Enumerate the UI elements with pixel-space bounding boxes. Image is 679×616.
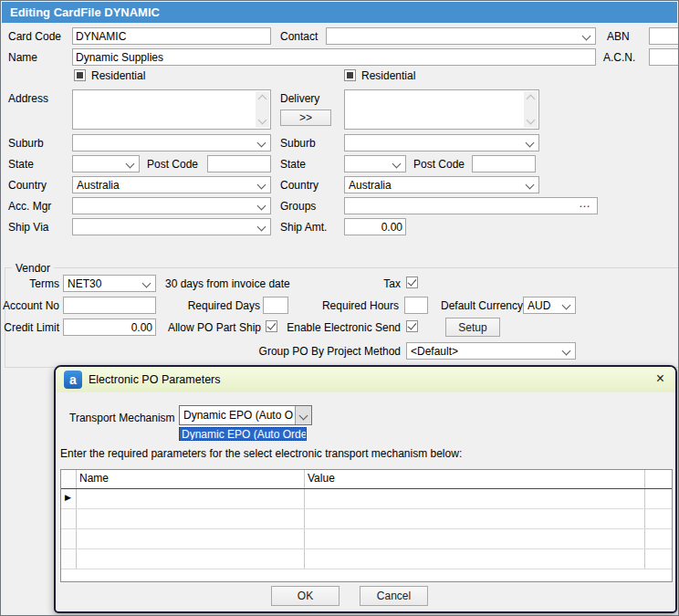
ok-button[interactable]: OK bbox=[271, 586, 340, 606]
chevron-down-icon bbox=[126, 160, 135, 169]
group-po-method-label: Group PO By Project Method bbox=[247, 345, 401, 358]
dialog-title: Electronic PO Parameters bbox=[89, 373, 221, 386]
chevron-down-icon[interactable] bbox=[527, 116, 536, 125]
grid-cell-name[interactable] bbox=[77, 549, 305, 569]
grid-cell-value[interactable] bbox=[305, 489, 645, 508]
name-input[interactable] bbox=[72, 48, 596, 66]
card-code-label: Card Code bbox=[8, 30, 61, 43]
group-po-method-combo[interactable]: <Default> bbox=[406, 342, 576, 360]
credit-limit-label: Credit Limit bbox=[3, 321, 59, 334]
account-no-input[interactable] bbox=[63, 297, 156, 314]
parameters-grid: Name Value ▶ bbox=[60, 469, 673, 582]
chevron-down-icon bbox=[257, 202, 266, 211]
parameters-instruction: Enter the required parameters for the se… bbox=[60, 447, 462, 460]
state-billing-combo[interactable] bbox=[72, 155, 140, 172]
address-delivery-textarea[interactable] bbox=[344, 89, 539, 130]
grid-row[interactable]: ▶ bbox=[61, 489, 672, 509]
textarea-scrollbar[interactable] bbox=[524, 91, 538, 128]
grid-cell-name[interactable] bbox=[77, 529, 305, 548]
cancel-button[interactable]: Cancel bbox=[360, 586, 428, 606]
grid-cell-name[interactable] bbox=[77, 489, 305, 508]
chevron-up-icon[interactable] bbox=[527, 95, 536, 104]
copy-address-button[interactable]: >> bbox=[280, 110, 331, 126]
textarea-scrollbar[interactable] bbox=[256, 91, 269, 128]
acn-input[interactable] bbox=[649, 48, 679, 66]
default-currency-combo[interactable]: AUD bbox=[523, 297, 576, 314]
grid-row[interactable] bbox=[61, 549, 672, 569]
state-delivery-label: State bbox=[280, 158, 306, 171]
combo-dropdown-button[interactable] bbox=[295, 406, 311, 424]
country-delivery-label: Country bbox=[280, 179, 319, 192]
enable-electronic-send-label: Enable Electronic Send bbox=[287, 321, 401, 334]
abn-label: ABN bbox=[607, 30, 630, 43]
groups-browse-button[interactable]: … bbox=[579, 196, 591, 210]
grid-row[interactable] bbox=[61, 529, 672, 549]
dropdown-option-selected[interactable]: Dynamic EPO (Auto Order) bbox=[179, 427, 307, 441]
app-icon: a bbox=[64, 371, 82, 389]
chevron-down-icon bbox=[562, 301, 571, 310]
required-days-input[interactable] bbox=[263, 297, 288, 314]
required-days-label: Required Days bbox=[185, 299, 260, 312]
acn-label: A.C.N. bbox=[603, 51, 635, 64]
suburb-billing-combo[interactable] bbox=[72, 134, 271, 151]
tax-checkbox[interactable] bbox=[406, 277, 418, 288]
required-hours-label: Required Hours bbox=[321, 299, 399, 312]
vendor-group-label: Vendor bbox=[12, 262, 54, 275]
grid-row-selector[interactable]: ▶ bbox=[61, 489, 77, 508]
ship-via-combo[interactable] bbox=[72, 218, 271, 235]
grid-corner-cell bbox=[61, 470, 77, 488]
grid-row-selector[interactable] bbox=[61, 549, 77, 569]
state-delivery-combo[interactable] bbox=[344, 155, 406, 172]
setup-button[interactable]: Setup bbox=[445, 318, 500, 337]
grid-row[interactable] bbox=[61, 509, 672, 529]
allow-po-part-ship-checkbox[interactable] bbox=[266, 320, 277, 332]
enable-electronic-send-checkbox[interactable] bbox=[406, 320, 418, 332]
account-no-label: Account No bbox=[3, 299, 59, 312]
state-billing-label: State bbox=[8, 158, 34, 171]
name-label: Name bbox=[8, 51, 37, 64]
close-icon[interactable]: × bbox=[656, 371, 664, 387]
country-delivery-value: Australia bbox=[349, 179, 522, 192]
chevron-down-icon[interactable] bbox=[258, 116, 267, 125]
chevron-down-icon bbox=[257, 181, 266, 190]
residential-delivery-label: Residential bbox=[361, 69, 415, 82]
ship-amt-input[interactable] bbox=[344, 218, 406, 235]
delivery-label: Delivery bbox=[280, 92, 319, 105]
required-hours-input[interactable] bbox=[404, 297, 428, 314]
chevron-up-icon[interactable] bbox=[258, 95, 267, 104]
acc-mgr-combo[interactable] bbox=[72, 197, 271, 214]
address-label: Address bbox=[8, 92, 48, 105]
default-currency-value: AUD bbox=[528, 299, 559, 312]
grid-header-name[interactable]: Name bbox=[77, 470, 305, 488]
address-billing-textarea[interactable] bbox=[72, 89, 271, 130]
abn-input[interactable] bbox=[649, 27, 679, 45]
editing-cardfile-window: Editing CardFile DYNAMIC Card Code Conta… bbox=[0, 0, 679, 616]
credit-limit-input[interactable] bbox=[63, 318, 156, 336]
groups-label: Groups bbox=[280, 200, 316, 213]
card-code-input[interactable] bbox=[72, 27, 271, 45]
grid-cell-name[interactable] bbox=[77, 509, 305, 528]
grid-cell-value[interactable] bbox=[305, 529, 645, 548]
residential-delivery-checkbox[interactable] bbox=[344, 69, 356, 81]
contact-combo[interactable] bbox=[326, 27, 596, 45]
terms-note: 30 days from invoice date bbox=[165, 277, 290, 290]
country-billing-combo[interactable]: Australia bbox=[72, 176, 271, 193]
groups-field[interactable]: … bbox=[344, 197, 598, 214]
grid-row-selector[interactable] bbox=[61, 509, 77, 528]
post-code-billing-input[interactable] bbox=[207, 155, 271, 172]
country-billing-label: Country bbox=[8, 179, 47, 192]
residential-billing-checkbox[interactable] bbox=[74, 69, 86, 81]
suburb-delivery-combo[interactable] bbox=[344, 134, 539, 151]
post-code-delivery-input[interactable] bbox=[472, 155, 536, 172]
terms-value: NET30 bbox=[68, 277, 139, 290]
grid-header-value[interactable]: Value bbox=[305, 470, 645, 488]
terms-combo[interactable]: NET30 bbox=[63, 275, 156, 292]
country-delivery-combo[interactable]: Australia bbox=[344, 176, 539, 193]
post-code-billing-label: Post Code bbox=[147, 158, 198, 171]
grid-row-selector[interactable] bbox=[61, 529, 77, 548]
transport-mechanism-combo[interactable]: Dynamic EPO (Auto Orde bbox=[179, 405, 312, 425]
grid-cell-value[interactable] bbox=[305, 549, 645, 569]
window-title: Editing CardFile DYNAMIC bbox=[10, 5, 160, 19]
grid-cell-value[interactable] bbox=[305, 509, 645, 528]
country-billing-value: Australia bbox=[77, 179, 254, 192]
